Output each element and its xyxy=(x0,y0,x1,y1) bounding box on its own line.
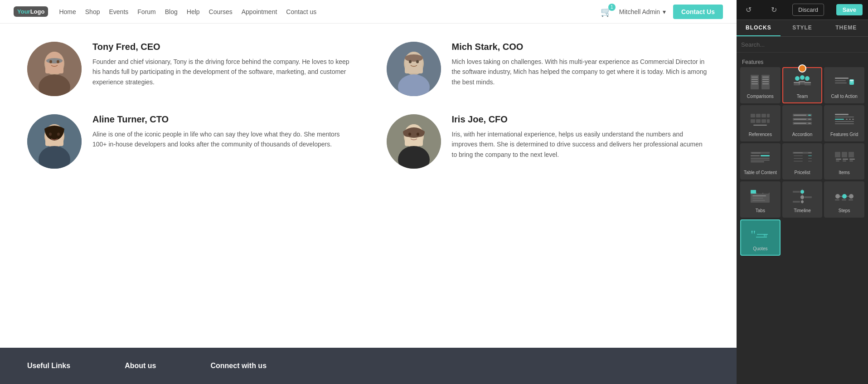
blocks-row-3: Table of Content xyxy=(740,143,864,180)
save-button[interactable]: Save xyxy=(836,4,863,15)
svg-rect-115 xyxy=(752,200,765,201)
block-team-label: Team xyxy=(797,94,808,99)
svg-rect-107 xyxy=(849,159,855,160)
chevron-down-icon: ▾ xyxy=(663,8,666,15)
svg-point-15 xyxy=(416,60,419,63)
blocks-row-5: " " Quotes xyxy=(740,219,864,256)
timeline-icon xyxy=(790,186,814,206)
nav-blog[interactable]: Blog xyxy=(165,8,178,15)
avatar-tony xyxy=(27,42,82,96)
block-items[interactable]: Items xyxy=(824,143,864,180)
svg-point-123 xyxy=(835,194,840,199)
tab-style[interactable]: STYLE xyxy=(781,20,824,36)
svg-rect-86 xyxy=(751,160,770,160)
svg-rect-96 xyxy=(808,158,812,159)
svg-rect-87 xyxy=(751,161,764,162)
navbar: YourLogo Home Shop Events Forum Blog Hel… xyxy=(0,0,737,24)
block-team[interactable]: Team xyxy=(782,67,823,103)
undo-button[interactable]: ↺ xyxy=(742,4,755,16)
svg-rect-77 xyxy=(849,119,851,120)
svg-rect-65 xyxy=(794,115,806,116)
member-info-aline: Aline Turner, CTO Aline is one of the ic… xyxy=(92,114,350,150)
contact-us-button[interactable]: Contact Us xyxy=(673,5,723,19)
svg-rect-105 xyxy=(843,159,848,160)
discard-button[interactable]: Discard xyxy=(792,4,824,16)
svg-rect-38 xyxy=(762,81,769,82)
logo[interactable]: YourLogo xyxy=(14,6,48,17)
block-quotes[interactable]: " " Quotes xyxy=(740,219,781,256)
svg-rect-128 xyxy=(835,199,839,200)
panel-header: ↺ ↻ Discard Save xyxy=(737,0,868,20)
admin-dropdown[interactable]: Mitchell Admin ▾ xyxy=(619,8,666,15)
nav-shop[interactable]: Shop xyxy=(85,8,100,15)
team-member-aline: Aline Turner, CTO Aline is one of the ic… xyxy=(27,114,350,169)
cart-icon-area[interactable]: 🛒 1 xyxy=(601,6,612,17)
nav-links: Home Shop Events Forum Blog Help Courses… xyxy=(59,8,600,16)
svg-rect-48 xyxy=(805,84,811,85)
search-input[interactable] xyxy=(741,41,863,48)
nav-home[interactable]: Home xyxy=(59,8,76,15)
block-references[interactable]: References xyxy=(740,105,781,141)
tab-theme[interactable]: THEME xyxy=(824,20,868,36)
nav-contact[interactable]: Contact us xyxy=(286,8,316,15)
svg-rect-89 xyxy=(794,152,803,153)
block-timeline[interactable]: Timeline xyxy=(782,181,823,218)
member-info-mich: Mich Stark, COO Mich loves taking on cha… xyxy=(452,42,710,87)
cart-badge: 1 xyxy=(608,4,616,11)
block-steps[interactable]: Steps xyxy=(824,181,864,218)
svg-rect-130 xyxy=(849,199,853,200)
block-comparisons[interactable]: Comparisons xyxy=(740,67,781,103)
member-bio-tony: Founder and chief visionary, Tony is the… xyxy=(92,57,350,87)
block-table-of-content[interactable]: Table of Content xyxy=(740,143,781,180)
svg-rect-46 xyxy=(799,83,805,84)
svg-rect-99 xyxy=(808,161,812,161)
svg-point-118 xyxy=(800,195,804,199)
nav-events[interactable]: Events xyxy=(109,8,128,15)
nav-courses[interactable]: Courses xyxy=(209,8,233,15)
member-bio-iris: Iris, with her international experience,… xyxy=(452,129,710,160)
svg-rect-93 xyxy=(808,156,812,156)
svg-rect-113 xyxy=(752,195,766,196)
svg-rect-34 xyxy=(752,81,758,82)
svg-rect-50 xyxy=(835,80,846,81)
svg-rect-32 xyxy=(752,77,758,78)
svg-rect-98 xyxy=(794,161,803,161)
svg-rect-57 xyxy=(761,114,766,117)
block-tabs-label: Tabs xyxy=(756,208,765,213)
svg-rect-110 xyxy=(751,190,756,194)
member-bio-mich: Mich loves taking on challenges. With hi… xyxy=(452,57,710,87)
member-name-iris: Iris Joe, CFO xyxy=(452,114,710,125)
steps-icon xyxy=(833,186,856,206)
nav-appointment[interactable]: Appointment xyxy=(242,8,277,15)
block-accordion[interactable]: Accordion xyxy=(782,105,823,141)
block-features-grid[interactable]: Features Grid xyxy=(824,105,864,141)
svg-rect-49 xyxy=(835,78,849,79)
svg-rect-121 xyxy=(805,196,812,198)
block-call-to-action[interactable]: Call to Action xyxy=(824,67,864,103)
svg-rect-112 xyxy=(763,191,769,194)
member-bio-aline: Aline is one of the iconic people in lif… xyxy=(92,129,350,150)
blocks-row-4: Tabs Timeline xyxy=(740,181,864,218)
member-name-aline: Aline Turner, CTO xyxy=(92,114,350,125)
block-pricelist[interactable]: Pricelist xyxy=(782,143,823,180)
block-accordion-label: Accordion xyxy=(792,132,812,137)
panel-search-area[interactable] xyxy=(737,37,868,53)
footer: Useful Links About us Connect with us xyxy=(0,348,737,384)
svg-rect-106 xyxy=(843,160,846,161)
svg-rect-74 xyxy=(835,117,854,117)
team-icon xyxy=(790,72,814,92)
redo-button[interactable]: ↻ xyxy=(767,4,781,16)
nav-forum[interactable]: Forum xyxy=(137,8,155,15)
svg-rect-85 xyxy=(751,158,770,159)
pricelist-icon xyxy=(790,148,814,168)
svg-rect-73 xyxy=(835,114,849,115)
svg-rect-61 xyxy=(761,119,766,123)
nav-help[interactable]: Help xyxy=(187,8,200,15)
svg-rect-83 xyxy=(751,155,760,156)
svg-rect-71 xyxy=(794,123,806,124)
call-to-action-icon xyxy=(833,72,856,92)
block-tabs[interactable]: Tabs xyxy=(740,181,781,218)
blocks-row-1: Comparisons T xyxy=(740,67,864,103)
tab-blocks[interactable]: BLOCKS xyxy=(737,20,781,36)
svg-rect-51 xyxy=(835,83,847,83)
